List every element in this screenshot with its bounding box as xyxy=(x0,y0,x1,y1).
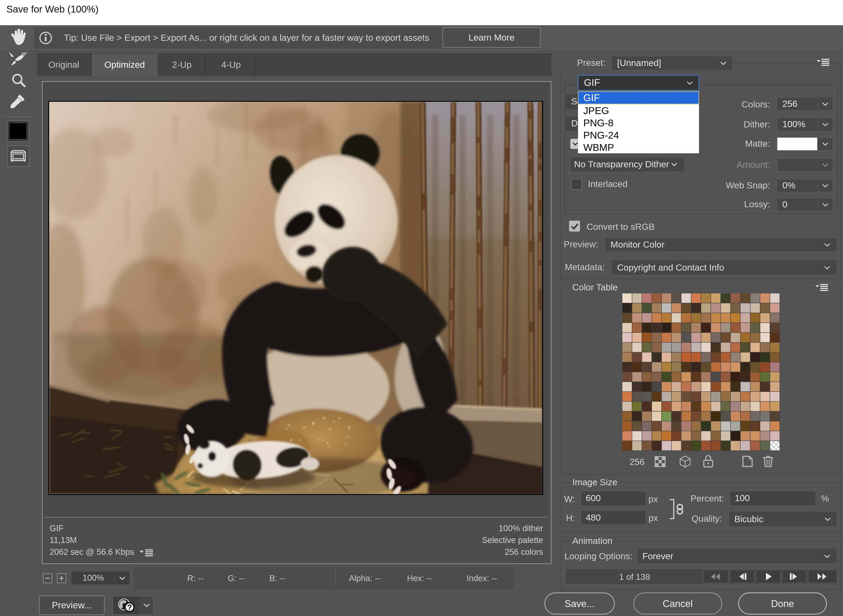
svg-text:?: ? xyxy=(127,603,132,612)
